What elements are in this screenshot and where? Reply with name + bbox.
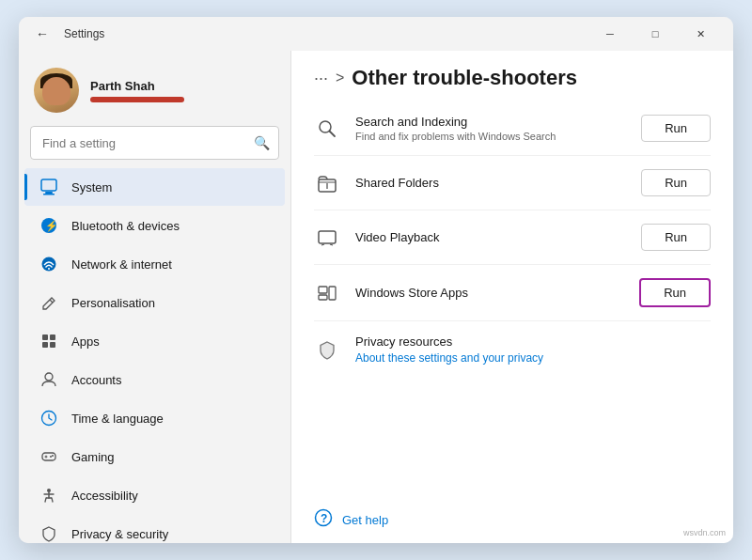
network-label: Network & internet <box>71 257 172 272</box>
sidebar-item-privacy[interactable]: Privacy & security <box>24 515 285 543</box>
titlebar: ← Settings ─ □ ✕ <box>19 17 733 51</box>
video-playback-icon <box>314 227 340 248</box>
shared-folders-text: Shared Folders <box>355 176 626 190</box>
right-panel: ··· > Other trouble-shooters Search and … <box>291 51 733 543</box>
shared-folders-title: Shared Folders <box>355 176 626 190</box>
windows-store-icon <box>314 283 340 303</box>
svg-rect-22 <box>329 287 336 300</box>
maximize-button[interactable]: □ <box>634 19 677 49</box>
sidebar-item-bluetooth[interactable]: ⚡ Bluetooth & devices <box>24 207 285 244</box>
svg-rect-10 <box>50 342 55 348</box>
sidebar-item-network[interactable]: Network & internet <box>24 245 285 283</box>
minimize-button[interactable]: ─ <box>588 19 632 49</box>
nav-items: System ⚡ Bluetooth & devices <box>19 167 290 543</box>
svg-rect-2 <box>43 194 55 195</box>
video-playback-text: Video Playback <box>355 230 626 244</box>
titlebar-left: ← Settings <box>30 24 104 43</box>
troubleshooter-video-playback: Video Playback Run <box>314 210 711 265</box>
gaming-icon <box>39 447 58 466</box>
back-button[interactable]: ← <box>30 24 55 43</box>
search-indexing-run-button[interactable]: Run <box>641 115 711 142</box>
search-indexing-icon <box>314 118 340 139</box>
windows-store-title: Windows Store Apps <box>355 286 624 300</box>
avatar <box>34 68 79 113</box>
get-help-section: ? Get help <box>291 501 733 543</box>
titlebar-controls: ─ □ ✕ <box>588 19 722 49</box>
window-title: Settings <box>64 27 104 40</box>
svg-rect-7 <box>42 334 48 340</box>
troubleshooter-shared-folders: Shared Folders Run <box>314 156 711 210</box>
sidebar-item-time[interactable]: Time & language <box>24 399 285 437</box>
privacy-resources-item: Privacy resources About these settings a… <box>314 321 711 379</box>
system-label: System <box>71 180 112 194</box>
personalisation-icon <box>39 293 58 312</box>
privacy-resources-link[interactable]: About these settings and your privacy <box>355 351 543 365</box>
svg-rect-19 <box>319 231 336 243</box>
sidebar: Parth Shah 🔍 <box>19 51 291 543</box>
user-info: Parth Shah <box>90 79 184 102</box>
sidebar-item-gaming[interactable]: Gaming <box>24 438 285 475</box>
troubleshooter-search-indexing: Search and Indexing Find and fix problem… <box>314 101 711 156</box>
svg-text:?: ? <box>321 512 327 525</box>
user-subtitle <box>90 97 184 102</box>
svg-rect-13 <box>42 453 55 460</box>
main-content: Parth Shah 🔍 <box>19 51 733 543</box>
accounts-label: Accounts <box>71 373 121 387</box>
accessibility-label: Accessibility <box>71 489 138 503</box>
apps-label: Apps <box>71 334 100 349</box>
time-label: Time & language <box>71 412 164 426</box>
shared-folders-run-button[interactable]: Run <box>641 169 711 196</box>
sidebar-item-personalisation[interactable]: Personalisation <box>24 284 285 321</box>
svg-point-14 <box>50 456 52 458</box>
network-icon <box>39 255 58 273</box>
bluetooth-label: Bluetooth & devices <box>71 219 180 233</box>
get-help-icon: ? <box>314 508 333 532</box>
get-help-link[interactable]: Get help <box>342 513 388 527</box>
privacy-resources-text: Privacy resources About these settings a… <box>355 334 711 366</box>
search-indexing-text: Search and Indexing Find and fix problem… <box>355 115 626 142</box>
page-title: Other trouble-shooters <box>352 66 577 90</box>
svg-rect-20 <box>319 287 327 293</box>
personalisation-label: Personalisation <box>71 296 155 310</box>
watermark: wsvdn.com <box>683 528 726 537</box>
gaming-label: Gaming <box>71 450 115 464</box>
close-button[interactable]: ✕ <box>679 19 722 49</box>
shared-folders-icon <box>314 173 340 194</box>
apps-icon <box>39 332 58 350</box>
sidebar-item-accessibility[interactable]: Accessibility <box>24 476 285 514</box>
panel-body: Search and Indexing Find and fix problem… <box>291 98 733 501</box>
troubleshooter-windows-store: Windows Store Apps Run <box>314 265 711 321</box>
svg-rect-1 <box>45 192 53 194</box>
privacy-icon <box>39 524 58 543</box>
sidebar-item-apps[interactable]: Apps <box>24 322 285 360</box>
svg-point-6 <box>48 268 50 270</box>
windows-store-text: Windows Store Apps <box>355 286 624 300</box>
accounts-icon <box>39 370 58 389</box>
svg-rect-0 <box>41 179 56 191</box>
search-indexing-desc: Find and fix problems with Windows Searc… <box>355 131 626 142</box>
breadcrumb-dots[interactable]: ··· <box>314 69 328 88</box>
video-playback-run-button[interactable]: Run <box>641 224 711 251</box>
sidebar-item-system[interactable]: System <box>24 168 285 206</box>
panel-header: ··· > Other trouble-shooters <box>291 51 733 98</box>
settings-window: ← Settings ─ □ ✕ Parth Shah <box>19 17 733 543</box>
breadcrumb-separator: > <box>336 70 344 86</box>
sidebar-item-accounts[interactable]: Accounts <box>24 361 285 398</box>
system-icon <box>39 178 58 196</box>
svg-rect-9 <box>42 342 48 348</box>
privacy-resources-icon <box>314 340 340 361</box>
svg-point-15 <box>52 455 54 457</box>
bluetooth-icon: ⚡ <box>39 216 58 235</box>
privacy-resources-title: Privacy resources <box>355 334 711 349</box>
svg-rect-21 <box>319 295 327 300</box>
avatar-face <box>42 77 70 105</box>
svg-point-11 <box>45 373 53 381</box>
search-input[interactable] <box>30 126 279 160</box>
search-box: 🔍 <box>30 126 279 160</box>
user-name: Parth Shah <box>90 79 184 93</box>
svg-rect-8 <box>50 334 55 340</box>
search-indexing-title: Search and Indexing <box>355 115 626 129</box>
accessibility-icon <box>39 486 58 505</box>
windows-store-run-button[interactable]: Run <box>639 278 711 307</box>
user-profile[interactable]: Parth Shah <box>19 58 290 126</box>
